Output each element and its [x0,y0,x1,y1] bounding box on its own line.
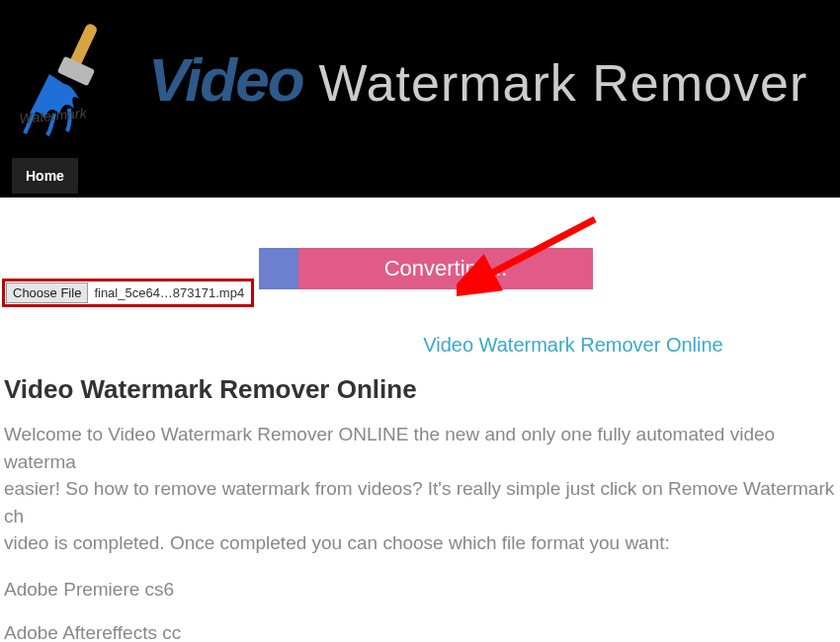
intro-paragraph: Welcome to Video Watermark Remover ONLIN… [2,421,838,557]
chosen-file-name: final_5ce64…873171.mp4 [88,285,250,300]
format-item: Adobe Premiere cs6 [2,579,838,601]
svg-text:Watermark: Watermark [19,105,88,126]
paintbrush-logo-icon: Watermark [10,15,128,143]
brand-word-rest: Watermark Remover [319,53,808,113]
logo-area: Watermark Video Watermark Remover [10,15,807,143]
watermark-remover-link[interactable]: Video Watermark Remover Online [308,334,838,357]
content-area: Choose File final_5ce64…873171.mp4 Conve… [0,198,840,642]
progress-row: Choose File final_5ce64…873171.mp4 Conve… [2,239,838,298]
nav-bar: Home [0,158,840,198]
brand-word-video: Video [148,44,303,115]
section-title: Video Watermark Remover Online [2,374,838,405]
header: Watermark Video Watermark Remover [0,0,840,158]
progress-completed-segment [259,248,298,289]
progress-bar: Converting... [259,248,593,289]
format-item: Adobe Aftereffects cc [2,622,838,642]
progress-status-label: Converting... [298,248,593,289]
nav-home-button[interactable]: Home [12,158,78,194]
choose-file-button[interactable]: Choose File [6,282,88,303]
file-chooser-highlight: Choose File final_5ce64…873171.mp4 [2,279,254,307]
brand-text: Video Watermark Remover [148,44,807,115]
